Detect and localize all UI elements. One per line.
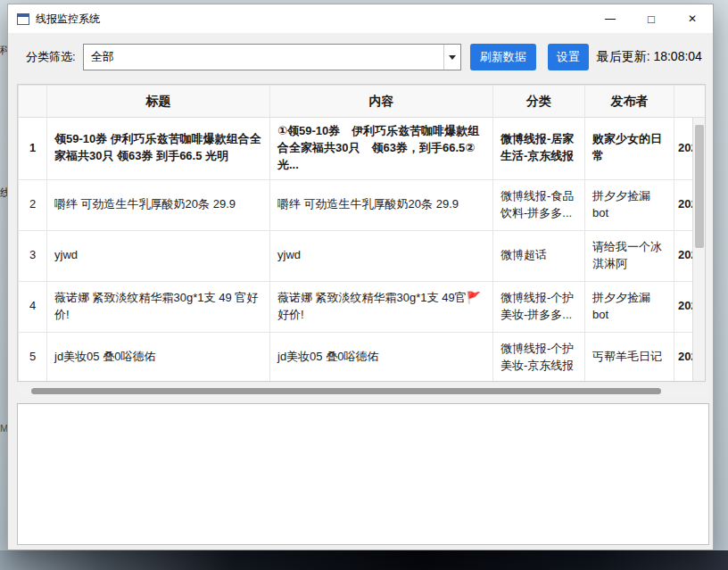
cell-title: 薇诺娜 紧致淡纹精华霜30g*1支 49 官好价! [47,281,270,332]
app-window: 线报监控系统 — □ ✕ 分类筛选: 全部 刷新数据 设置 最后更新: 18:0… [7,4,714,550]
table-row[interactable]: 3 yjwd yjwd 微博超话 请给我一个冰淇淋阿 202 [19,230,707,281]
cell-publisher: 丐帮羊毛日记 [585,332,674,382]
row-number: 2 [19,179,47,230]
cell-publisher: 拼夕夕捡漏bot [585,281,674,332]
row-number: 5 [19,332,47,382]
column-header-time[interactable] [674,86,707,118]
table-row[interactable]: 5 jd美妆05 叠0唂德佑 jd美妆05 叠0唂德佑 微博线报-个护美妆-京东… [19,332,707,382]
cell-title: 领59-10券 伊利巧乐兹苦咖啡爆款组合全家福共30只 领63券 到手66.5 … [47,118,270,180]
vertical-scrollbar[interactable] [692,118,705,382]
table-header-row: 标题 内容 分类 发布者 [19,86,707,118]
table-row[interactable]: 4 薇诺娜 紧致淡纹精华霜30g*1支 49 官好价! 薇诺娜 紧致淡纹精华霜3… [19,281,707,332]
cell-publisher: 拼夕夕捡漏bot [585,179,674,230]
window-title: 线报监控系统 [36,12,100,27]
refresh-data-button[interactable]: 刷新数据 [470,44,536,70]
column-header-publisher[interactable]: 发布者 [585,86,674,118]
category-filter-value: 全部 [84,49,443,65]
minimize-button[interactable]: — [590,4,631,33]
column-header-category[interactable]: 分类 [493,86,585,118]
window-controls: — □ ✕ [590,4,713,33]
cell-content: ①领59-10券 伊利巧乐兹苦咖啡爆款组合全家福共30只 领63券，到手66.5… [270,118,493,180]
column-header-content[interactable]: 内容 [270,86,493,118]
cell-category: 微博线报-食品饮料-拼多多... [493,179,585,230]
toolbar: 分类筛选: 全部 刷新数据 设置 最后更新: 18:08:04 [8,33,713,74]
cell-category: 微博线报-个护美妆-拼多多... [493,281,585,332]
horizontal-scrollbar-thumb[interactable] [31,388,661,394]
settings-button[interactable]: 设置 [548,44,589,70]
desktop-wallpaper-strip [0,550,728,570]
vertical-scrollbar-thumb[interactable] [695,125,704,248]
maximize-button[interactable]: □ [631,4,672,33]
detail-panel[interactable] [17,403,709,545]
cell-category: 微博线报-个护美妆-京东线报 [493,332,585,382]
cell-content: 嚼绊 可劲造生牛乳厚酸奶20条 29.9 [270,179,493,230]
category-filter-dropdown[interactable]: 全部 [83,44,461,70]
table-row[interactable]: 1 领59-10券 伊利巧乐兹苦咖啡爆款组合全家福共30只 领63券 到手66.… [19,118,707,180]
row-number: 4 [19,281,47,332]
filter-label: 分类筛选: [26,49,76,65]
cell-title: jd美妆05 叠0唂德佑 [47,332,270,382]
report-table: 标题 内容 分类 发布者 1 领59-10券 伊利巧乐兹苦咖啡爆款组合全家福共3… [18,85,706,382]
report-table-container: 标题 内容 分类 发布者 1 领59-10券 伊利巧乐兹苦咖啡爆款组合全家福共3… [17,84,706,382]
cell-title: yjwd [47,230,270,281]
dropdown-arrow-button[interactable] [443,45,460,70]
row-number: 3 [19,230,47,281]
cell-title: 嚼绊 可劲造生牛乳厚酸奶20条 29.9 [47,179,270,230]
close-button[interactable]: ✕ [672,4,713,33]
column-header-rownum[interactable] [19,86,47,118]
cell-content: 薇诺娜 紧致淡纹精华霜30g*1支 49官🚩好价! [270,281,493,332]
cell-category: 微博超话 [493,230,585,281]
cell-publisher: 请给我一个冰淇淋阿 [585,230,674,281]
horizontal-scrollbar[interactable] [17,385,706,397]
cell-content: yjwd [270,230,493,281]
column-header-title[interactable]: 标题 [47,86,270,118]
cell-category: 微博线报-居家生活-京东线报 [493,118,585,180]
titlebar: 线报监控系统 — □ ✕ [8,4,713,33]
chevron-down-icon [449,55,456,60]
app-icon[interactable] [17,13,29,25]
last-update-text: 最后更新: 18:08:04 [597,49,702,65]
table-row[interactable]: 2 嚼绊 可劲造生牛乳厚酸奶20条 29.9 嚼绊 可劲造生牛乳厚酸奶20条 2… [19,179,707,230]
cell-publisher: 败家少女的日常 [585,118,674,180]
row-number: 1 [19,118,47,180]
cell-content: jd美妆05 叠0唂德佑 [270,332,493,382]
